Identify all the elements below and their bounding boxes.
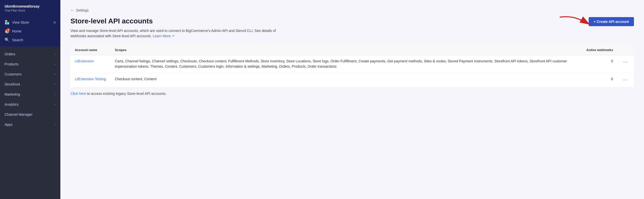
table-header-row: Account name Scopes Active webhooks bbox=[71, 45, 634, 55]
api-accounts-table: Account name Scopes Active webhooks LitE… bbox=[70, 45, 634, 87]
litextension-testing-link[interactable]: LitExtension Testing bbox=[75, 77, 106, 81]
sidebar-item-storefront[interactable]: Storefront › bbox=[0, 79, 60, 89]
breadcrumb: ← Settings bbox=[70, 8, 634, 13]
chevron-right-icon: › bbox=[55, 83, 56, 86]
external-icon: ⧉ bbox=[54, 21, 56, 24]
main-content: ← Settings Store-level API accounts View… bbox=[60, 0, 644, 199]
notification-badge: 1 bbox=[7, 28, 10, 32]
scopes-cell: Checkout content, Content bbox=[111, 73, 577, 87]
legacy-link[interactable]: Click here bbox=[70, 92, 86, 96]
search-icon: 🔍 bbox=[5, 37, 10, 42]
sidebar-header: idontknowwattosay Trial Plan Store bbox=[0, 0, 60, 16]
row-menu-button[interactable]: ··· bbox=[621, 77, 630, 83]
learn-more-link[interactable]: Learn More ↗ bbox=[153, 34, 175, 38]
page-header-left: Store-level API accounts View and manage… bbox=[70, 17, 277, 39]
col-account-name: Account name bbox=[71, 45, 111, 55]
page-title: Store-level API accounts bbox=[70, 17, 277, 25]
page-header-actions: + Create API account bbox=[589, 17, 634, 26]
chevron-right-icon: › bbox=[55, 62, 56, 66]
search-label: Search bbox=[12, 38, 23, 42]
col-actions bbox=[617, 45, 634, 55]
sidebar-item-customers[interactable]: Customers › bbox=[0, 69, 60, 79]
legacy-link-paragraph: Click here to access existing legacy Sto… bbox=[70, 92, 634, 96]
sidebar-item-view-store[interactable]: 🏪 View Store ⧉ bbox=[0, 18, 60, 27]
apps-label: Apps bbox=[5, 123, 13, 127]
analytics-label: Analytics bbox=[5, 102, 19, 106]
page-header: Store-level API accounts View and manage… bbox=[70, 17, 634, 39]
sidebar-item-products[interactable]: Products › bbox=[0, 59, 60, 69]
sidebar-nav: Orders › Products › Customers › Storefro… bbox=[0, 47, 60, 199]
chevron-right-icon: › bbox=[55, 52, 56, 56]
action-cell: ··· bbox=[617, 55, 634, 73]
store-name: idontknowwattosay bbox=[5, 4, 56, 8]
store-icon: 🏪 bbox=[5, 20, 10, 25]
table-row: LitExtension Testing Checkout content, C… bbox=[71, 73, 634, 87]
create-api-account-button[interactable]: + Create API account bbox=[589, 17, 634, 26]
scopes-cell: Carts, Channel listings, Channel setting… bbox=[111, 55, 577, 73]
sidebar-top-links: 🏪 View Store ⧉ 🏠 1 Home 🔍 Search bbox=[0, 16, 60, 47]
external-link-icon: ↗ bbox=[172, 34, 175, 38]
plan-label: Trial Plan Store bbox=[5, 9, 56, 12]
litextension-link[interactable]: LitExtension bbox=[75, 59, 94, 63]
col-webhooks: Active webhooks bbox=[577, 45, 617, 55]
sidebar-item-analytics[interactable]: Analytics › bbox=[0, 99, 60, 109]
legacy-link-rest: to access existing legacy Store-level AP… bbox=[86, 92, 166, 96]
customers-label: Customers bbox=[5, 72, 22, 76]
sidebar-item-channel-manager[interactable]: Channel Manager bbox=[0, 109, 60, 120]
sidebar: idontknowwattosay Trial Plan Store 🏪 Vie… bbox=[0, 0, 60, 199]
sidebar-item-search[interactable]: 🔍 Search bbox=[0, 35, 60, 44]
sidebar-item-apps[interactable]: Apps › bbox=[0, 120, 60, 130]
webhooks-val-cell: 0 bbox=[577, 73, 617, 87]
chevron-right-icon: › bbox=[55, 123, 56, 126]
channel-manager-label: Channel Manager bbox=[5, 112, 32, 116]
breadcrumb-settings[interactable]: Settings bbox=[76, 8, 89, 12]
action-cell: ··· bbox=[617, 73, 634, 87]
row-menu-button[interactable]: ··· bbox=[621, 59, 630, 65]
table-row: LitExtension Carts, Channel listings, Ch… bbox=[71, 55, 634, 73]
sidebar-item-orders[interactable]: Orders › bbox=[0, 49, 60, 59]
col-scopes: Scopes bbox=[111, 45, 577, 55]
orders-label: Orders bbox=[5, 52, 15, 56]
account-name-cell: LitExtension Testing bbox=[71, 73, 111, 87]
sidebar-item-marketing[interactable]: Marketing › bbox=[0, 89, 60, 99]
chevron-right-icon: › bbox=[55, 93, 56, 96]
account-name-cell: LitExtension bbox=[71, 55, 111, 73]
storefront-label: Storefront bbox=[5, 82, 20, 86]
page-description: View and manage Store-level API accounts… bbox=[70, 28, 277, 39]
chevron-right-icon: › bbox=[55, 72, 56, 76]
chevron-right-icon: › bbox=[55, 103, 56, 106]
home-label: Home bbox=[12, 29, 21, 33]
sidebar-item-home[interactable]: 🏠 1 Home bbox=[0, 27, 60, 35]
marketing-label: Marketing bbox=[5, 92, 20, 96]
webhooks-val-cell: 0 bbox=[577, 55, 617, 73]
products-label: Products bbox=[5, 62, 18, 66]
back-arrow-icon[interactable]: ← bbox=[70, 8, 74, 13]
view-store-label: View Store bbox=[12, 20, 29, 24]
